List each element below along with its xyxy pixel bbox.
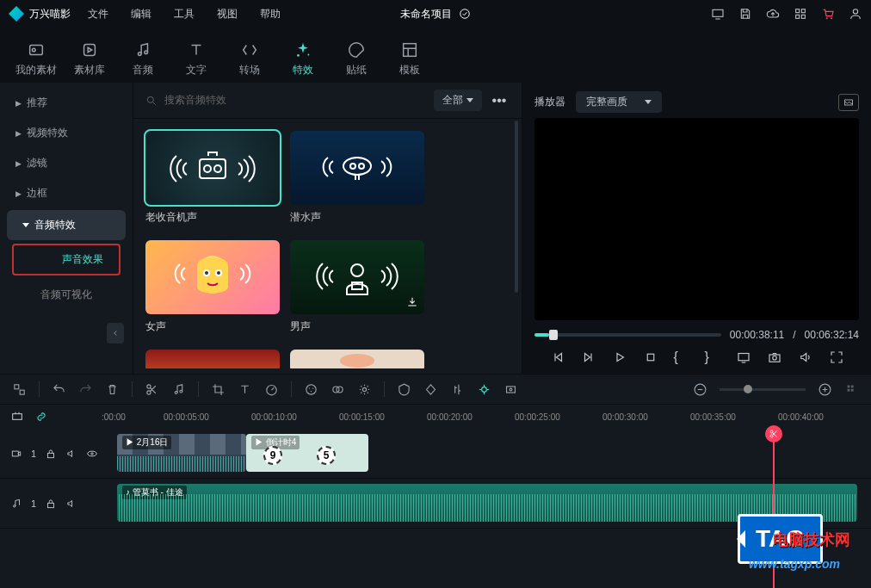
svg-rect-57	[851, 388, 854, 391]
mark-out-button[interactable]: }	[705, 350, 720, 365]
effect-card-partial-1[interactable]	[145, 350, 280, 368]
play-button[interactable]	[612, 350, 627, 365]
search-box[interactable]: 搜索音频特效	[145, 93, 427, 108]
visibility-icon[interactable]	[86, 448, 98, 460]
sidebar-audio-visualization[interactable]: 音频可视化	[0, 279, 133, 311]
cloud-upload-icon[interactable]	[766, 7, 780, 21]
effect-card-underwater[interactable]: 潜水声	[290, 131, 424, 225]
filter-dropdown[interactable]: 全部	[434, 90, 482, 111]
volume-button[interactable]	[798, 350, 813, 365]
chroma-icon[interactable]	[330, 382, 345, 397]
tab-text[interactable]: 文字	[170, 34, 222, 83]
sidebar-audio-fx[interactable]: 音频特效	[7, 210, 126, 240]
download-icon[interactable]	[405, 295, 419, 309]
export-frame-icon[interactable]	[12, 382, 27, 397]
display-mode-button[interactable]	[736, 350, 751, 365]
save-icon[interactable]	[738, 7, 752, 21]
quality-dropdown[interactable]: 完整画质	[576, 91, 662, 113]
progress-slider[interactable]	[534, 333, 721, 337]
tab-library[interactable]: 素材库	[64, 34, 115, 83]
zoom-out-icon[interactable]	[693, 382, 707, 397]
user-icon[interactable]	[849, 7, 862, 21]
sidebar-collapse-button[interactable]	[107, 323, 124, 344]
split-icon[interactable]	[145, 382, 159, 397]
male-waves-icon	[306, 251, 409, 303]
watermark-url: www.tagxp.com	[749, 557, 840, 571]
title-bar: 万兴喵影 文件 编辑 工具 视图 帮助 未命名项目	[0, 0, 871, 28]
lock-icon[interactable]	[45, 498, 57, 510]
svg-point-23	[359, 164, 364, 169]
time-current: 00:00:38:11	[730, 329, 784, 341]
video-clip-1[interactable]: ▶ 2月16日	[117, 434, 246, 472]
zoom-in-icon[interactable]	[818, 382, 832, 397]
svg-rect-55	[851, 385, 854, 387]
zoom-slider[interactable]	[720, 388, 806, 391]
scrollbar[interactable]	[515, 121, 518, 293]
cart-icon[interactable]	[821, 7, 835, 21]
time-ruler[interactable]: :00:00 00:00:05:00 00:00:10:00 00:00:15:…	[0, 405, 871, 429]
delete-icon[interactable]	[105, 382, 120, 397]
color-icon[interactable]	[304, 382, 318, 397]
video-track-icon	[10, 448, 22, 460]
keyframe-icon[interactable]	[423, 382, 438, 397]
more-button[interactable]: •••	[489, 93, 510, 108]
sidebar-video-fx[interactable]: ▶视频特效	[0, 118, 133, 148]
tab-transition[interactable]: 转场	[224, 34, 275, 83]
video-preview[interactable]	[534, 118, 859, 320]
svg-rect-62	[48, 453, 54, 457]
sidebar-filter[interactable]: ▶滤镜	[0, 148, 133, 178]
view-mode-icon[interactable]	[844, 382, 859, 397]
tab-templates[interactable]: 模板	[384, 34, 436, 83]
zoom-select-icon[interactable]	[503, 382, 518, 397]
tab-stickers[interactable]: 贴纸	[330, 34, 382, 83]
menu-view[interactable]: 视图	[217, 7, 238, 22]
scissors-icon[interactable]	[765, 425, 782, 443]
menu-edit[interactable]: 编辑	[131, 7, 151, 22]
speed-icon[interactable]	[264, 382, 279, 397]
svg-point-63	[88, 451, 97, 456]
marker-icon[interactable]	[477, 382, 491, 397]
audio-adjust-icon[interactable]	[450, 382, 465, 397]
sidebar-border[interactable]: ▶边框	[0, 178, 133, 208]
project-title-area: 未命名项目	[400, 7, 471, 22]
snapshot-button[interactable]	[838, 94, 859, 111]
svg-rect-36	[15, 384, 19, 388]
crop-icon[interactable]	[211, 382, 225, 397]
effect-card-female-voice[interactable]: 女声	[145, 240, 280, 334]
lock-icon[interactable]	[45, 448, 57, 460]
camera-button[interactable]	[767, 350, 782, 365]
menu-tool[interactable]: 工具	[174, 7, 195, 22]
apps-icon[interactable]	[794, 7, 807, 21]
video-clip-2[interactable]: ▶ 倒计时4 95	[246, 434, 368, 472]
svg-point-12	[139, 52, 142, 55]
prev-frame-button[interactable]	[550, 350, 565, 365]
chevron-down-icon	[466, 98, 473, 102]
svg-rect-33	[738, 354, 749, 361]
menu-file[interactable]: 文件	[88, 7, 108, 22]
menu-help[interactable]: 帮助	[260, 7, 281, 22]
redo-icon[interactable]	[78, 382, 93, 397]
svg-point-6	[826, 17, 828, 19]
timeline-toolbar	[0, 374, 871, 405]
fullscreen-button[interactable]	[829, 350, 844, 365]
stop-button[interactable]	[643, 350, 658, 365]
tab-audio[interactable]: 音频	[117, 34, 169, 83]
mute-icon[interactable]	[65, 498, 77, 510]
sidebar-sound-effect[interactable]: 声音效果	[12, 244, 120, 275]
mute-icon[interactable]	[65, 448, 77, 460]
svg-rect-1	[713, 9, 723, 16]
tab-my-assets[interactable]: 我的素材	[10, 34, 62, 83]
mark-in-button[interactable]: {	[674, 350, 689, 365]
tab-effects[interactable]: 特效	[277, 34, 329, 83]
motion-icon[interactable]	[357, 382, 372, 397]
music-icon[interactable]	[171, 382, 186, 397]
undo-icon[interactable]	[52, 382, 66, 397]
screen-icon[interactable]	[711, 7, 725, 21]
effect-card-male-voice[interactable]: 男声	[290, 240, 424, 334]
effect-card-partial-2[interactable]	[290, 350, 424, 368]
effect-card-old-radio[interactable]: 老收音机声	[145, 131, 280, 225]
text-icon[interactable]	[238, 382, 252, 397]
mask-icon[interactable]	[397, 382, 411, 397]
next-frame-button[interactable]	[581, 350, 596, 365]
sidebar-recommend[interactable]: ▶推荐	[0, 88, 133, 118]
